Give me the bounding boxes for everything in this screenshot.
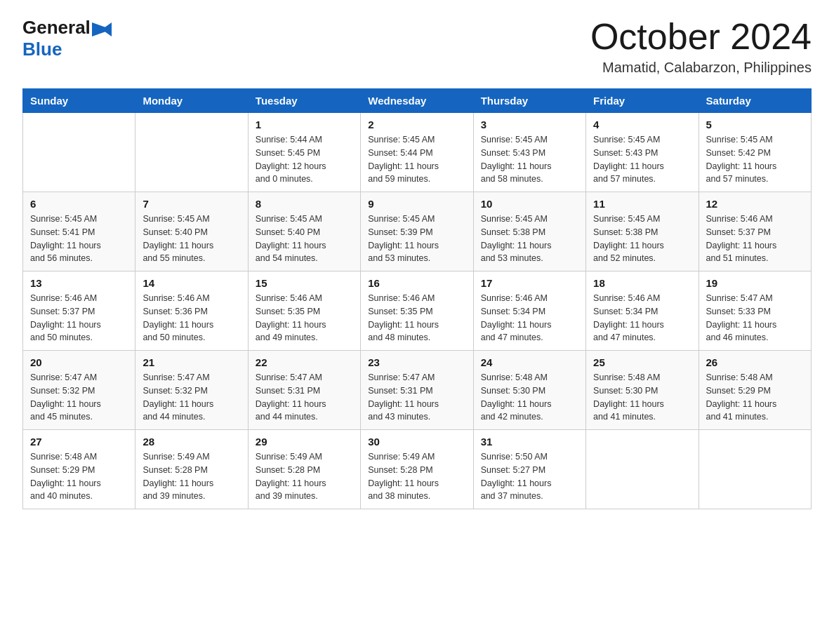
column-header-monday: Monday bbox=[135, 89, 248, 113]
day-number: 6 bbox=[30, 198, 128, 210]
calendar-cell: 21Sunrise: 5:47 AM Sunset: 5:32 PM Dayli… bbox=[135, 351, 248, 430]
calendar-cell: 5Sunrise: 5:45 AM Sunset: 5:42 PM Daylig… bbox=[699, 113, 811, 192]
calendar-week-row: 13Sunrise: 5:46 AM Sunset: 5:37 PM Dayli… bbox=[23, 271, 812, 351]
calendar-cell: 31Sunrise: 5:50 AM Sunset: 5:27 PM Dayli… bbox=[473, 430, 585, 509]
title-block: October 2024 Mamatid, Calabarzon, Philip… bbox=[590, 17, 812, 76]
day-info: Sunrise: 5:44 AM Sunset: 5:45 PM Dayligh… bbox=[256, 133, 353, 186]
calendar-cell: 12Sunrise: 5:46 AM Sunset: 5:37 PM Dayli… bbox=[699, 192, 811, 271]
calendar-cell: 14Sunrise: 5:46 AM Sunset: 5:36 PM Dayli… bbox=[135, 271, 248, 351]
column-header-wednesday: Wednesday bbox=[361, 89, 473, 113]
calendar-cell: 8Sunrise: 5:45 AM Sunset: 5:40 PM Daylig… bbox=[248, 192, 360, 271]
calendar-cell: 9Sunrise: 5:45 AM Sunset: 5:39 PM Daylig… bbox=[361, 192, 473, 271]
page-header: General Blue October 2024 Mamatid, Calab… bbox=[22, 17, 812, 76]
calendar-table: SundayMondayTuesdayWednesdayThursdayFrid… bbox=[22, 88, 812, 509]
day-number: 7 bbox=[143, 198, 240, 210]
day-number: 20 bbox=[30, 356, 128, 368]
day-number: 25 bbox=[593, 356, 691, 368]
day-info: Sunrise: 5:48 AM Sunset: 5:29 PM Dayligh… bbox=[706, 371, 804, 424]
day-number: 23 bbox=[368, 356, 465, 368]
day-info: Sunrise: 5:49 AM Sunset: 5:28 PM Dayligh… bbox=[256, 450, 353, 503]
day-info: Sunrise: 5:49 AM Sunset: 5:28 PM Dayligh… bbox=[143, 450, 240, 503]
logo: General Blue bbox=[22, 17, 112, 60]
column-header-thursday: Thursday bbox=[473, 89, 585, 113]
day-number: 17 bbox=[481, 277, 578, 289]
day-number: 13 bbox=[30, 277, 128, 289]
calendar-cell: 1Sunrise: 5:44 AM Sunset: 5:45 PM Daylig… bbox=[248, 113, 360, 192]
day-number: 3 bbox=[481, 119, 578, 130]
calendar-cell: 3Sunrise: 5:45 AM Sunset: 5:43 PM Daylig… bbox=[473, 113, 585, 192]
day-number: 14 bbox=[143, 277, 240, 289]
calendar-cell: 24Sunrise: 5:48 AM Sunset: 5:30 PM Dayli… bbox=[473, 351, 585, 430]
day-number: 31 bbox=[481, 436, 578, 448]
day-number: 9 bbox=[368, 198, 465, 210]
calendar-cell: 22Sunrise: 5:47 AM Sunset: 5:31 PM Dayli… bbox=[248, 351, 360, 430]
column-header-sunday: Sunday bbox=[23, 89, 135, 113]
calendar-cell: 27Sunrise: 5:48 AM Sunset: 5:29 PM Dayli… bbox=[23, 430, 135, 509]
day-number: 5 bbox=[706, 119, 804, 130]
calendar-cell: 19Sunrise: 5:47 AM Sunset: 5:33 PM Dayli… bbox=[699, 271, 811, 351]
day-number: 1 bbox=[256, 119, 353, 130]
day-number: 29 bbox=[256, 436, 353, 448]
calendar-cell: 11Sunrise: 5:45 AM Sunset: 5:38 PM Dayli… bbox=[586, 192, 699, 271]
calendar-cell: 13Sunrise: 5:46 AM Sunset: 5:37 PM Dayli… bbox=[23, 271, 135, 351]
day-number: 16 bbox=[368, 277, 465, 289]
day-info: Sunrise: 5:48 AM Sunset: 5:29 PM Dayligh… bbox=[30, 450, 128, 503]
calendar-cell: 6Sunrise: 5:45 AM Sunset: 5:41 PM Daylig… bbox=[23, 192, 135, 271]
day-number: 10 bbox=[481, 198, 578, 210]
logo-general-text: General bbox=[22, 17, 91, 39]
day-number: 8 bbox=[256, 198, 353, 210]
day-info: Sunrise: 5:46 AM Sunset: 5:35 PM Dayligh… bbox=[368, 292, 465, 344]
day-info: Sunrise: 5:47 AM Sunset: 5:31 PM Dayligh… bbox=[368, 371, 465, 424]
day-number: 4 bbox=[593, 119, 691, 130]
day-number: 26 bbox=[706, 356, 804, 368]
day-info: Sunrise: 5:48 AM Sunset: 5:30 PM Dayligh… bbox=[593, 371, 691, 424]
calendar-cell: 23Sunrise: 5:47 AM Sunset: 5:31 PM Dayli… bbox=[361, 351, 473, 430]
day-info: Sunrise: 5:45 AM Sunset: 5:38 PM Dayligh… bbox=[481, 213, 578, 265]
calendar-header-row: SundayMondayTuesdayWednesdayThursdayFrid… bbox=[23, 89, 812, 113]
day-info: Sunrise: 5:46 AM Sunset: 5:36 PM Dayligh… bbox=[143, 292, 240, 344]
day-info: Sunrise: 5:50 AM Sunset: 5:27 PM Dayligh… bbox=[481, 450, 578, 503]
day-number: 24 bbox=[481, 356, 578, 368]
calendar-cell: 18Sunrise: 5:46 AM Sunset: 5:34 PM Dayli… bbox=[586, 271, 699, 351]
day-number: 30 bbox=[368, 436, 465, 448]
calendar-cell: 17Sunrise: 5:46 AM Sunset: 5:34 PM Dayli… bbox=[473, 271, 585, 351]
calendar-week-row: 1Sunrise: 5:44 AM Sunset: 5:45 PM Daylig… bbox=[23, 113, 812, 192]
month-title: October 2024 bbox=[590, 17, 812, 57]
calendar-cell: 10Sunrise: 5:45 AM Sunset: 5:38 PM Dayli… bbox=[473, 192, 585, 271]
day-info: Sunrise: 5:45 AM Sunset: 5:44 PM Dayligh… bbox=[368, 133, 465, 186]
day-info: Sunrise: 5:45 AM Sunset: 5:43 PM Dayligh… bbox=[593, 133, 691, 186]
logo-flag-icon bbox=[92, 22, 112, 36]
calendar-week-row: 6Sunrise: 5:45 AM Sunset: 5:41 PM Daylig… bbox=[23, 192, 812, 271]
logo-blue-text: Blue bbox=[22, 39, 62, 60]
calendar-cell bbox=[135, 113, 248, 192]
calendar-cell bbox=[586, 430, 699, 509]
day-info: Sunrise: 5:47 AM Sunset: 5:31 PM Dayligh… bbox=[256, 371, 353, 424]
day-info: Sunrise: 5:45 AM Sunset: 5:38 PM Dayligh… bbox=[593, 213, 691, 265]
calendar-cell: 20Sunrise: 5:47 AM Sunset: 5:32 PM Dayli… bbox=[23, 351, 135, 430]
day-info: Sunrise: 5:46 AM Sunset: 5:37 PM Dayligh… bbox=[30, 292, 128, 344]
calendar-cell: 26Sunrise: 5:48 AM Sunset: 5:29 PM Dayli… bbox=[699, 351, 811, 430]
calendar-cell: 28Sunrise: 5:49 AM Sunset: 5:28 PM Dayli… bbox=[135, 430, 248, 509]
calendar-week-row: 27Sunrise: 5:48 AM Sunset: 5:29 PM Dayli… bbox=[23, 430, 812, 509]
day-info: Sunrise: 5:48 AM Sunset: 5:30 PM Dayligh… bbox=[481, 371, 578, 424]
day-info: Sunrise: 5:46 AM Sunset: 5:37 PM Dayligh… bbox=[706, 213, 804, 265]
calendar-cell: 4Sunrise: 5:45 AM Sunset: 5:43 PM Daylig… bbox=[586, 113, 699, 192]
day-info: Sunrise: 5:47 AM Sunset: 5:33 PM Dayligh… bbox=[706, 292, 804, 344]
column-header-saturday: Saturday bbox=[699, 89, 811, 113]
day-number: 27 bbox=[30, 436, 128, 448]
day-info: Sunrise: 5:47 AM Sunset: 5:32 PM Dayligh… bbox=[143, 371, 240, 424]
calendar-cell: 16Sunrise: 5:46 AM Sunset: 5:35 PM Dayli… bbox=[361, 271, 473, 351]
calendar-cell: 7Sunrise: 5:45 AM Sunset: 5:40 PM Daylig… bbox=[135, 192, 248, 271]
day-info: Sunrise: 5:45 AM Sunset: 5:40 PM Dayligh… bbox=[143, 213, 240, 265]
day-info: Sunrise: 5:45 AM Sunset: 5:43 PM Dayligh… bbox=[481, 133, 578, 186]
day-info: Sunrise: 5:45 AM Sunset: 5:41 PM Dayligh… bbox=[30, 213, 128, 265]
calendar-cell bbox=[23, 113, 135, 192]
calendar-cell bbox=[699, 430, 811, 509]
day-info: Sunrise: 5:45 AM Sunset: 5:42 PM Dayligh… bbox=[706, 133, 804, 186]
day-number: 18 bbox=[593, 277, 691, 289]
day-info: Sunrise: 5:46 AM Sunset: 5:34 PM Dayligh… bbox=[481, 292, 578, 344]
column-header-friday: Friday bbox=[586, 89, 699, 113]
day-number: 11 bbox=[593, 198, 691, 210]
calendar-cell: 25Sunrise: 5:48 AM Sunset: 5:30 PM Dayli… bbox=[586, 351, 699, 430]
day-number: 28 bbox=[143, 436, 240, 448]
